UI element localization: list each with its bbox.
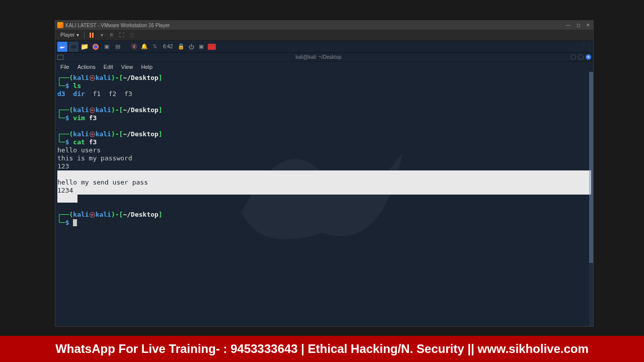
usb-icon[interactable]: ⇅ [150, 42, 159, 51]
cursor-icon [73, 219, 77, 226]
terminal-title: kali@kali: ~/Desktop [66, 54, 571, 60]
vmware-icon [57, 22, 63, 28]
terminal-close-button[interactable]: ✕ [586, 54, 591, 60]
ls-output: d3 dir f1 f2 f3 [57, 90, 591, 98]
menu-help[interactable]: Help [138, 63, 155, 71]
command-line-4: └─$ [57, 219, 591, 227]
terminal-body[interactable]: ┌──(kali㉿kali)-[~/Desktop] └─$ ls d3 dir… [55, 72, 593, 326]
send-ctrl-alt-del-button[interactable]: ⎘ [108, 31, 116, 39]
vmware-title: KALI LATEST - VMware Workstation 16 Play… [65, 23, 565, 28]
selected-line-5: hello my send user pass [57, 178, 591, 187]
red-square-icon [208, 44, 216, 50]
menu-actions[interactable]: Actions [74, 63, 99, 71]
selected-partial-line [57, 195, 591, 203]
terminal-menubar: File Actions Edit View Help [55, 62, 593, 72]
maximize-button[interactable]: ◻ [575, 22, 581, 28]
cat-output-1: hello users [57, 146, 591, 154]
terminal-shortcut-icon[interactable]: ▣ [197, 42, 206, 51]
kali-top-panel: ▭ 📁 ▣ ▤ 🔇 🔔 ⇅ 6:42 🔒 ⏻ ▣ ⋮⋮ [55, 41, 593, 53]
close-button[interactable]: ✕ [585, 22, 591, 28]
player-menu-label: Player [60, 32, 74, 38]
command-line-1: └─$ ls [57, 82, 591, 90]
firefox-logo-icon [92, 43, 99, 50]
power-icon[interactable]: ⏻ [187, 42, 196, 51]
vm-guest-display: ▭ 📁 ▣ ▤ 🔇 🔔 ⇅ 6:42 🔒 ⏻ ▣ ⋮⋮ kali@kali: ~… [55, 41, 593, 326]
notification-icon[interactable]: 🔔 [140, 42, 149, 51]
terminal-window: kali@kali: ~/Desktop ✕ File Actions Edit… [55, 53, 593, 326]
separator [84, 32, 85, 39]
cat-output-3: 123 [57, 162, 591, 170]
unity-button[interactable]: ◫ [128, 31, 136, 39]
clock[interactable]: 6:42 [160, 44, 176, 49]
cat-output-2: this is my password [57, 154, 591, 162]
fullscreen-button[interactable]: ⛶ [118, 31, 126, 39]
pause-vm-button[interactable] [88, 31, 96, 39]
selected-line-6: 1234 [57, 187, 591, 195]
kali-menu-icon[interactable] [57, 42, 67, 52]
prompt-line-3: ┌──(kali㉿kali)-[~/Desktop] [57, 130, 591, 138]
terminal-titlebar: kali@kali: ~/Desktop ✕ [55, 53, 593, 62]
pause-icon [90, 33, 94, 38]
lock-icon[interactable]: 🔒 [177, 42, 186, 51]
terminal-minimize-button[interactable] [571, 54, 576, 60]
menu-view[interactable]: View [118, 63, 136, 71]
command-line-3: └─$ cat f3 [57, 138, 591, 146]
command-line-2: └─$ vim f3 [57, 114, 591, 122]
vmware-titlebar: KALI LATEST - VMware Workstation 16 Play… [55, 21, 593, 30]
terminal-maximize-button[interactable] [578, 54, 584, 60]
editor-icon[interactable]: ▤ [113, 42, 123, 52]
terminal-title-icon [57, 55, 63, 60]
menu-file[interactable]: File [57, 63, 72, 71]
prompt-line-1: ┌──(kali㉿kali)-[~/Desktop] [57, 74, 591, 82]
dragon-icon [59, 43, 66, 50]
prompt-line-4: ┌──(kali㉿kali)-[~/Desktop] [57, 211, 591, 219]
panel-handle-icon[interactable]: ⋮⋮ [582, 42, 591, 51]
footer-banner: WhatsApp For Live Training- : 9453333643… [0, 336, 644, 362]
prompt-line-2: ┌──(kali㉿kali)-[~/Desktop] [57, 106, 591, 114]
terminal-scrollbar[interactable] [589, 72, 593, 326]
footer-text: WhatsApp For Live Training- : 9453333643… [55, 342, 589, 356]
selected-blank-line [57, 170, 591, 178]
menu-edit[interactable]: Edit [101, 63, 116, 71]
terminal-icon[interactable]: ▣ [102, 42, 112, 52]
chevron-down-icon: ▾ [76, 32, 79, 38]
show-desktop-icon[interactable]: ▭ [68, 42, 78, 52]
record-icon[interactable] [207, 42, 217, 52]
power-dropdown-button[interactable]: ▾ [98, 31, 106, 39]
svg-point-1 [94, 45, 98, 48]
vmware-window: KALI LATEST - VMware Workstation 16 Play… [55, 20, 594, 327]
player-menu[interactable]: Player ▾ [57, 31, 82, 39]
file-manager-icon[interactable]: 📁 [79, 42, 90, 52]
firefox-icon[interactable] [91, 42, 101, 52]
audio-muted-icon[interactable]: 🔇 [130, 42, 139, 51]
minimize-button[interactable]: — [565, 22, 571, 28]
scrollbar-thumb[interactable] [589, 72, 593, 263]
vmware-toolbar: Player ▾ ▾ ⎘ ⛶ ◫ [55, 30, 593, 41]
